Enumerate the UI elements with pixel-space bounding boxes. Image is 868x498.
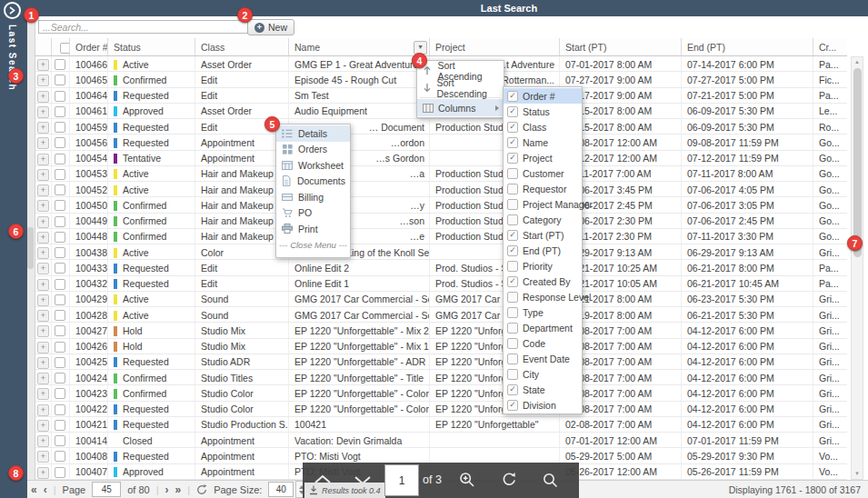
scroll-up-icon[interactable]: ▲ [852,57,863,67]
column-toggle-created-by[interactable]: ✓Created By [504,274,582,289]
row-expand-button[interactable]: + [37,200,49,212]
close-menu-item[interactable]: --- Close Menu --- [276,237,350,256]
row-checkbox[interactable] [55,310,65,321]
row-checkbox[interactable] [55,342,65,353]
column-toggle-class[interactable]: ✓Class [504,119,582,134]
table-row[interactable]: +100426HoldStudio MixEP 1220 "Unforgetta… [35,339,847,354]
row-checkbox[interactable] [55,404,65,415]
new-button[interactable]: + New [247,19,294,35]
row-checkbox[interactable] [55,184,65,195]
row-checkbox[interactable] [55,106,65,117]
row-expand-button[interactable]: + [37,435,49,447]
table-row[interactable]: +100408RequestedAppointmentPTO: Misti Vo… [35,448,847,463]
table-row[interactable]: +100456RequestedAppointment…ordon09-08-2… [35,134,847,150]
row-checkbox[interactable] [55,122,65,133]
row-expand-button[interactable]: + [37,420,49,432]
prev-page-button[interactable]: ‹ [44,483,47,496]
zoom-in-icon[interactable] [459,472,475,488]
row-checkbox[interactable] [55,357,65,368]
column-header-status[interactable]: Status [108,38,195,55]
row-expand-button[interactable]: + [37,184,49,196]
row-checkbox[interactable] [55,388,65,399]
row-expand-button[interactable]: + [37,357,49,369]
column-header-start-pt[interactable]: Start (PT) [560,38,682,55]
row-checkbox[interactable] [55,294,65,305]
collapsed-panel-strip[interactable] [27,16,35,498]
column-header-class[interactable]: Class [195,38,289,55]
row-expand-button[interactable]: + [37,169,49,181]
row-expand-button[interactable]: + [37,59,49,71]
checked-checkbox-icon[interactable]: ✓ [507,153,518,164]
context-menu-item-billing[interactable]: Billing [276,189,350,205]
row-expand-button[interactable]: + [37,373,49,384]
column-toggle-event-date[interactable]: Event Date [504,351,582,366]
unchecked-checkbox-icon[interactable] [507,168,518,179]
row-checkbox[interactable] [55,435,65,446]
row-checkbox[interactable] [55,263,65,274]
row-checkbox[interactable] [55,247,65,258]
unchecked-checkbox-icon[interactable] [507,199,518,210]
row-checkbox[interactable] [55,279,65,290]
unchecked-checkbox-icon[interactable] [507,354,518,364]
page-number-input[interactable] [92,482,121,497]
row-expand-button[interactable]: + [37,294,49,306]
table-row[interactable]: +100424ConfirmedStudio TitlesEP 1220 "Un… [35,370,847,385]
row-checkbox[interactable] [55,451,65,462]
checked-checkbox-icon[interactable]: ✓ [507,122,518,133]
column-toggle-name[interactable]: ✓Name [504,134,582,150]
context-menu-item-details[interactable]: Details [276,125,350,142]
column-toggle-requestor[interactable]: Requestor [504,181,582,196]
row-checkbox[interactable] [55,420,65,431]
row-expand-button[interactable]: + [37,106,49,118]
unchecked-checkbox-icon[interactable] [507,214,518,225]
row-expand-button[interactable]: + [37,216,49,228]
table-row[interactable]: +100459RequestedEdit… DocumentProduction… [35,119,847,134]
column-toggle-customer[interactable]: Customer [504,165,582,181]
row-checkbox[interactable] [55,325,65,336]
column-toggle-code[interactable]: Code [504,335,582,351]
row-checkbox[interactable] [55,75,65,85]
row-expand-button[interactable]: + [37,263,49,274]
table-row[interactable]: +100450ConfirmedHair and Makeup…yProduct… [35,197,847,213]
context-menu-item-po[interactable]: PO [276,205,350,222]
unchecked-checkbox-icon[interactable] [507,369,518,380]
context-menu-item-print[interactable]: Print [276,221,350,237]
row-checkbox[interactable] [55,373,65,383]
row-checkbox[interactable] [55,200,65,211]
first-page-button[interactable]: « [31,483,37,496]
table-row[interactable]: +100449ConfirmedHair and Makeup…sonProdu… [35,214,847,229]
search-input[interactable] [38,20,249,34]
checked-checkbox-icon[interactable]: ✓ [507,91,518,102]
row-expand-button[interactable]: + [37,137,49,149]
column-toggle-category[interactable]: Category [504,212,582,227]
table-row[interactable]: +100425RequestedStudio ADREP 1220 "Unfor… [35,354,847,370]
column-toggle-status[interactable]: ✓Status [504,104,582,119]
column-toggle-order[interactable]: ✓Order # [504,88,582,104]
table-row[interactable]: +100438ActiveColorAnimation - King of th… [35,244,847,260]
column-toggle-start-pt[interactable]: ✓Start (PT) [504,227,582,243]
scrollbar-thumb[interactable] [853,68,862,257]
scroll-down-icon[interactable]: ▼ [852,469,863,479]
row-expand-button[interactable]: + [37,247,49,259]
column-toggle-city[interactable]: City [504,366,582,382]
row-expand-button[interactable]: + [37,388,49,400]
column-header-name[interactable]: Name▾ [289,38,430,55]
checked-checkbox-icon[interactable]: ✓ [507,245,518,256]
unchecked-checkbox-icon[interactable] [507,261,518,272]
checked-checkbox-icon[interactable]: ✓ [507,276,518,287]
row-checkbox[interactable] [55,232,65,243]
page-size-input[interactable] [268,482,294,497]
unchecked-checkbox-icon[interactable] [507,184,518,194]
unchecked-checkbox-icon[interactable] [507,307,518,318]
table-row[interactable]: +100454TentativeAppointment…s Gordon07-1… [35,151,847,166]
column-header-order[interactable]: Order # [70,38,108,55]
row-expand-button[interactable]: + [37,310,49,322]
column-header-end-pt[interactable]: End (PT) [682,38,813,55]
context-menu-item-worksheet[interactable]: Worksheet [276,157,350,174]
column-toggle-priority[interactable]: Priority [504,258,582,274]
column-header-created-by[interactable]: Cr... [813,38,847,55]
context-menu-item-documents[interactable]: Documents [276,174,350,190]
row-checkbox[interactable] [55,216,65,227]
row-expand-button[interactable]: + [37,451,49,463]
select-all-checkbox[interactable] [60,43,70,54]
